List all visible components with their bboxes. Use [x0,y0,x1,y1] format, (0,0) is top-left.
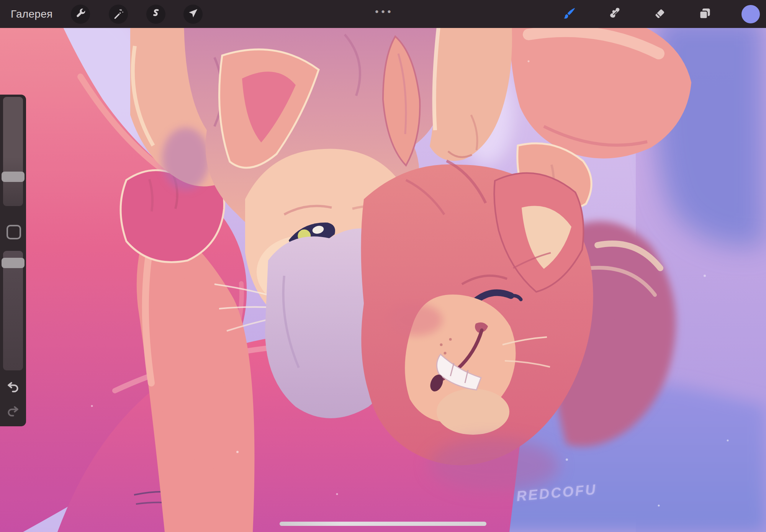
active-color-swatch[interactable] [741,5,760,23]
move-arrow-icon [187,8,199,21]
selection-button[interactable] [146,5,165,24]
brush-size-slider[interactable] [3,97,23,206]
brush-opacity-handle[interactable] [2,258,25,268]
brush-opacity-slider[interactable] [3,251,23,370]
redo-button[interactable] [5,404,21,421]
redo-icon [5,404,21,421]
procreate-screen: REDCOFU Галерея [0,0,766,532]
undo-button[interactable] [5,380,21,397]
magic-wand-icon [113,8,124,21]
eraser-button[interactable] [650,5,669,24]
sidebar-controls [0,95,26,426]
transform-button[interactable] [183,5,203,24]
canvas-artwork[interactable] [0,0,766,532]
home-indicator[interactable] [280,522,486,526]
layers-button[interactable] [695,5,714,24]
adjustments-button[interactable] [109,5,128,24]
paint-brush-button[interactable] [560,5,579,24]
layers-icon [698,7,712,22]
grain-overlay [0,0,766,532]
undo-icon [5,380,21,397]
wrench-icon [75,8,86,21]
brush-size-handle[interactable] [2,172,25,182]
paint-brush-icon [563,7,576,22]
modify-button[interactable] [7,225,21,239]
gallery-button[interactable]: Галерея [11,0,52,28]
selection-s-icon [150,8,162,21]
smudge-icon [608,7,622,22]
smudge-button[interactable] [605,5,624,24]
eraser-icon [653,7,666,22]
canvas-options-button[interactable]: ••• [364,0,402,23]
top-toolbar: Галерея [0,0,766,28]
actions-button[interactable] [71,5,90,24]
